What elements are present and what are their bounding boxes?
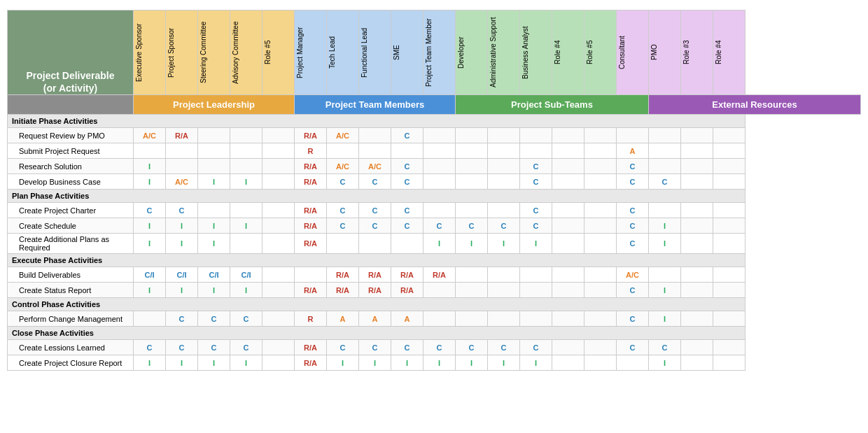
cell-r16-c9: I (424, 355, 456, 371)
activity-cell: Develop Business Case (8, 174, 134, 190)
cell-r11-c7: R/A (359, 283, 391, 298)
cell-r13-c15: C (617, 311, 649, 327)
cell-r10-c5 (295, 267, 327, 283)
cell-r15-c7: C (359, 340, 391, 355)
cell-r4-c17 (681, 174, 713, 190)
cell-r6-c8: C (391, 203, 424, 218)
cell-r11-c6: R/A (327, 283, 359, 298)
cell-r1-c11 (488, 128, 520, 143)
cell-r3-c17 (681, 159, 713, 174)
cell-r1-c18 (713, 128, 746, 143)
group-header-2: Project Sub-Teams (456, 95, 649, 115)
cell-r6-c3 (230, 203, 262, 218)
cell-r7-c9: C (424, 218, 456, 234)
cell-r8-c2: I (198, 234, 230, 254)
cell-r1-c15 (617, 128, 649, 143)
cell-r4-c2: I (198, 174, 230, 190)
cell-r3-c8: C (391, 159, 424, 174)
cell-r13-c5: R (295, 311, 327, 327)
cell-r10-c8: R/A (391, 267, 424, 283)
cell-r10-c2: C/I (198, 267, 230, 283)
cell-r11-c14 (584, 283, 617, 298)
cell-r10-c4 (262, 267, 295, 283)
activity-cell: Research Solution (8, 159, 134, 174)
cell-r1-c7 (359, 128, 391, 143)
cell-r16-c15 (617, 355, 649, 371)
cell-r2-c10 (456, 143, 488, 159)
cell-r8-c14 (584, 234, 617, 254)
cell-r2-c18 (713, 143, 746, 159)
role-header-18: Role #4 (713, 10, 746, 95)
cell-r6-c2 (198, 203, 230, 218)
data-row: Create Project Closure ReportIIIIR/AIIII… (8, 355, 861, 371)
activity-cell: Create Additional Plans as Required (8, 234, 134, 254)
cell-r15-c17 (681, 340, 713, 355)
cell-r11-c10 (456, 283, 488, 298)
cell-r2-c0 (134, 143, 166, 159)
cell-r6-c13 (552, 203, 584, 218)
cell-r7-c10: C (456, 218, 488, 234)
phase-row: Control Phase Activities (8, 298, 861, 311)
cell-r16-c6: I (327, 355, 359, 371)
cell-r3-c4 (262, 159, 295, 174)
cell-r3-c13 (552, 159, 584, 174)
cell-r10-c6: R/A (327, 267, 359, 283)
cell-r16-c2: I (198, 355, 230, 371)
cell-r6-c14 (584, 203, 617, 218)
cell-r3-c16 (649, 159, 681, 174)
cell-r2-c5: R (295, 143, 327, 159)
cell-r10-c15: A/C (617, 267, 649, 283)
cell-r2-c2 (198, 143, 230, 159)
cell-r4-c7: C (359, 174, 391, 190)
cell-r2-c17 (681, 143, 713, 159)
cell-r15-c13 (552, 340, 584, 355)
cell-r16-c8: I (391, 355, 424, 371)
cell-r6-c18 (713, 203, 746, 218)
phase-label: Plan Phase Activities (8, 190, 746, 203)
table-header: Project Deliverable(or Activity) Executi… (8, 10, 861, 115)
cell-r3-c10 (456, 159, 488, 174)
cell-r6-c1: C (166, 203, 198, 218)
cell-r3-c3 (230, 159, 262, 174)
cell-r10-c7: R/A (359, 267, 391, 283)
cell-r10-c16 (649, 267, 681, 283)
cell-r10-c0: C/I (134, 267, 166, 283)
cell-r11-c16: I (649, 283, 681, 298)
phase-row: Initiate Phase Activities (8, 115, 861, 128)
cell-r7-c5: R/A (295, 218, 327, 234)
cell-r8-c7 (359, 234, 391, 254)
cell-r11-c4 (262, 283, 295, 298)
activity-cell: Request Review by PMO (8, 128, 134, 143)
activity-cell: Perform Change Management (8, 311, 134, 327)
phase-row: Plan Phase Activities (8, 190, 861, 203)
cell-r7-c3: I (230, 218, 262, 234)
role-header-1: Project Sponsor (166, 10, 198, 95)
cell-r2-c15: A (617, 143, 649, 159)
cell-r15-c15: C (617, 340, 649, 355)
cell-r4-c12: C (520, 174, 552, 190)
cell-r7-c18 (713, 218, 746, 234)
cell-r2-c6 (327, 143, 359, 159)
cell-r2-c7 (359, 143, 391, 159)
cell-r8-c1: I (166, 234, 198, 254)
phase-label: Control Phase Activities (8, 298, 746, 311)
cell-r15-c3: C (230, 340, 262, 355)
role-header-17: Role #3 (681, 10, 713, 95)
raci-table-wrapper: Project Deliverable(or Activity) Executi… (7, 10, 861, 371)
data-row: Submit Project RequestRA (8, 143, 861, 159)
cell-r1-c10 (456, 128, 488, 143)
cell-r4-c9 (424, 174, 456, 190)
activity-cell: Create Project Closure Report (8, 355, 134, 371)
cell-r13-c7: A (359, 311, 391, 327)
cell-r8-c15: C (617, 234, 649, 254)
cell-r13-c17 (681, 311, 713, 327)
cell-r13-c1: C (166, 311, 198, 327)
cell-r4-c18 (713, 174, 746, 190)
cell-r16-c18 (713, 355, 746, 371)
cell-r16-c17 (681, 355, 713, 371)
cell-r15-c9: C (424, 340, 456, 355)
cell-r2-c1 (166, 143, 198, 159)
cell-r2-c3 (230, 143, 262, 159)
cell-r7-c0: I (134, 218, 166, 234)
activity-cell: Create Lessions Learned (8, 340, 134, 355)
